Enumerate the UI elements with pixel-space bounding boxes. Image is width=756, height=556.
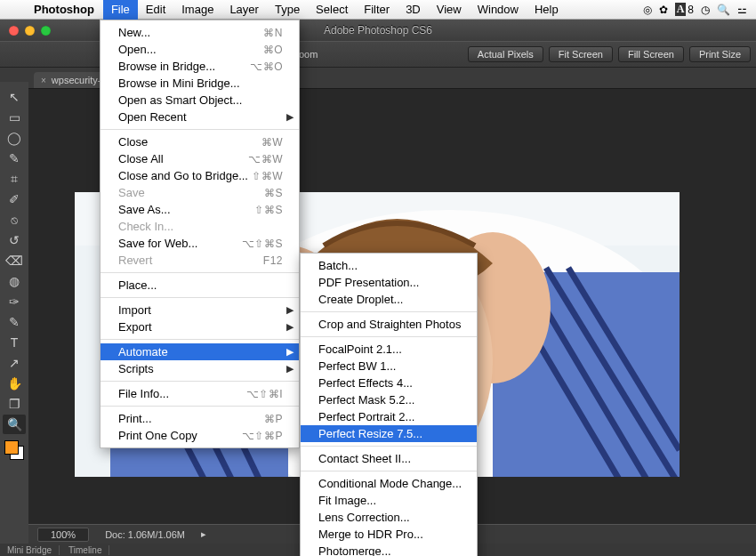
menu-file[interactable]: File xyxy=(103,0,138,20)
tool-11[interactable]: ✎ xyxy=(3,312,26,332)
tool-3[interactable]: ✎ xyxy=(3,149,26,168)
menu-item-perfect-portrait-2[interactable]: Perfect Portrait 2... xyxy=(301,408,477,425)
tool-5[interactable]: ✐ xyxy=(3,189,26,209)
wifi-icon[interactable]: ⚍ xyxy=(737,4,747,16)
app-name[interactable]: Photoshop xyxy=(25,3,103,16)
menu-item-lens-correction[interactable]: Lens Correction... xyxy=(301,509,477,526)
tool-1[interactable]: ▭ xyxy=(3,108,26,127)
menubar-status: ◎ ✿ A 8 ◷ 🔍 ⚍ xyxy=(634,3,756,16)
menu-help[interactable]: Help xyxy=(527,0,567,20)
tool-0[interactable]: ↖ xyxy=(3,87,26,107)
menu-type[interactable]: Type xyxy=(267,0,308,20)
tool-10[interactable]: ✑ xyxy=(3,292,26,311)
tool-9[interactable]: ◍ xyxy=(3,271,26,291)
tool-16[interactable]: 🔍 xyxy=(3,415,26,434)
menu-item-conditional-mode-change[interactable]: Conditional Mode Change... xyxy=(301,475,477,492)
menu-item-print-one-copy[interactable]: Print One Copy⌥⇧⌘P xyxy=(101,427,299,444)
chevron-right-icon[interactable]: ▸ xyxy=(201,528,206,540)
chevron-right-icon: ▶ xyxy=(286,304,294,316)
status-icon[interactable]: ✿ xyxy=(659,4,668,16)
option-fit-screen[interactable]: Fit Screen xyxy=(549,46,613,62)
menu-item-save-for-web[interactable]: Save for Web...⌥⇧⌘S xyxy=(101,235,299,252)
menu-item-perfect-effects-4[interactable]: Perfect Effects 4... xyxy=(301,375,477,391)
menu-select[interactable]: Select xyxy=(308,0,356,20)
menu-filter[interactable]: Filter xyxy=(356,0,398,20)
option-print-size[interactable]: Print Size xyxy=(689,46,751,62)
zoom-level[interactable]: 100% xyxy=(37,528,89,542)
spotlight-icon[interactable]: 🔍 xyxy=(717,4,730,16)
tool-4[interactable]: ⌗ xyxy=(3,169,26,189)
menu-edit[interactable]: Edit xyxy=(138,0,173,20)
menu-item-save: Save⌘S xyxy=(101,184,299,201)
menu-item-print[interactable]: Print...⌘P xyxy=(101,410,299,427)
tool-6[interactable]: ⍉ xyxy=(3,210,26,230)
menu-item-automate[interactable]: Automate▶ xyxy=(101,343,299,360)
menu-item-open-recent[interactable]: Open Recent▶ xyxy=(101,109,299,125)
tool-2[interactable]: ◯ xyxy=(3,128,26,148)
menu-item-contact-sheet-ii[interactable]: Contact Sheet II... xyxy=(301,450,477,467)
menu-item-pdf-presentation[interactable]: PDF Presentation... xyxy=(301,274,477,291)
menu-layer[interactable]: Layer xyxy=(221,0,267,20)
tool-13[interactable]: ↗ xyxy=(3,353,26,373)
menu-window[interactable]: Window xyxy=(470,0,527,20)
menu-image[interactable]: Image xyxy=(173,0,221,20)
menu-item-focalpoint-2-1[interactable]: FocalPoint 2.1... xyxy=(301,341,477,358)
tool-8[interactable]: ⌫ xyxy=(3,251,26,270)
file-menu: New...⌘NOpen...⌘OBrowse in Bridge...⌥⌘OB… xyxy=(100,20,300,448)
menu-item-check-in: Check In... xyxy=(101,218,299,235)
minimize-button[interactable] xyxy=(25,26,35,36)
menu-item-photomerge[interactable]: Photomerge... xyxy=(301,543,477,556)
menu-item-export[interactable]: Export▶ xyxy=(101,318,299,335)
tool-14[interactable]: ✋ xyxy=(3,374,26,393)
menu-3d[interactable]: 3D xyxy=(398,0,429,20)
menu-item-close-and-go-to-bridge[interactable]: Close and Go to Bridge...⇧⌘W xyxy=(101,167,299,184)
tool-12[interactable]: T xyxy=(3,333,26,352)
menu-item-open[interactable]: Open...⌘O xyxy=(101,41,299,58)
panel-tab-mini-bridge[interactable]: Mini Bridge xyxy=(0,545,60,555)
menu-item-close[interactable]: Close⌘W xyxy=(101,133,299,150)
menu-item-new[interactable]: New...⌘N xyxy=(101,24,299,41)
automate-submenu: Batch...PDF Presentation...Create Drople… xyxy=(300,253,478,556)
menu-item-scripts[interactable]: Scripts▶ xyxy=(101,360,299,377)
option-actual-pixels[interactable]: Actual Pixels xyxy=(468,46,543,62)
chevron-right-icon: ▶ xyxy=(286,346,294,358)
menu-item-browse-in-mini-bridge[interactable]: Browse in Mini Bridge... xyxy=(101,75,299,92)
menu-item-save-as[interactable]: Save As...⇧⌘S xyxy=(101,201,299,218)
close-icon[interactable]: × xyxy=(41,76,46,85)
menu-item-perfect-mask-5-2[interactable]: Perfect Mask 5.2... xyxy=(301,391,477,408)
menu-item-file-info[interactable]: File Info...⌥⇧⌘I xyxy=(101,385,299,402)
toolbox: ↖▭◯✎⌗✐⍉↺⌫◍✑✎T↗✋❐🔍 xyxy=(0,82,28,556)
tool-7[interactable]: ↺ xyxy=(3,230,26,250)
menu-item-batch[interactable]: Batch... xyxy=(301,257,477,274)
menu-item-create-droplet[interactable]: Create Droplet... xyxy=(301,291,477,308)
chevron-right-icon: ▶ xyxy=(286,363,294,375)
mac-menubar: Photoshop FileEditImageLayerTypeSelectFi… xyxy=(0,0,756,20)
status-icon[interactable]: ◎ xyxy=(643,4,652,16)
menu-view[interactable]: View xyxy=(429,0,470,20)
tool-15[interactable]: ❐ xyxy=(3,394,26,414)
close-button[interactable] xyxy=(9,26,19,36)
option-fill-screen[interactable]: Fill Screen xyxy=(618,46,684,62)
maximize-button[interactable] xyxy=(41,26,51,36)
menu-item-browse-in-bridge[interactable]: Browse in Bridge...⌥⌘O xyxy=(101,58,299,75)
menu-item-perfect-bw-1[interactable]: Perfect BW 1... xyxy=(301,358,477,375)
menu-item-place[interactable]: Place... xyxy=(101,277,299,294)
menu-item-fit-image[interactable]: Fit Image... xyxy=(301,492,477,509)
doc-size: Doc: 1.06M/1.06M xyxy=(105,529,185,540)
menu-item-crop-and-straighten-photos[interactable]: Crop and Straighten Photos xyxy=(301,316,477,333)
chevron-right-icon: ▶ xyxy=(286,321,294,333)
chevron-right-icon: ▶ xyxy=(286,111,294,123)
menu-item-merge-to-hdr-pro[interactable]: Merge to HDR Pro... xyxy=(301,526,477,543)
color-swatches[interactable] xyxy=(4,440,24,460)
menu-item-close-all[interactable]: Close All⌥⌘W xyxy=(101,150,299,167)
clock-icon[interactable]: ◷ xyxy=(701,4,710,16)
menu-item-open-as-smart-object[interactable]: Open as Smart Object... xyxy=(101,92,299,109)
menu-item-revert: RevertF12 xyxy=(101,252,299,269)
menu-item-import[interactable]: Import▶ xyxy=(101,302,299,318)
adobe-status-icon[interactable]: A 8 xyxy=(675,3,694,16)
panel-tab-timeline[interactable]: Timeline xyxy=(61,545,109,555)
menu-item-perfect-resize-7-5[interactable]: Perfect Resize 7.5... xyxy=(301,425,477,442)
